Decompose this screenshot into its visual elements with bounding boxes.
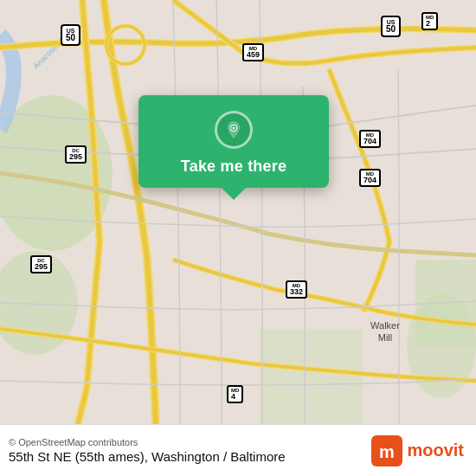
svg-point-13 <box>233 127 235 130</box>
map-background: Anacostia River <box>0 0 476 424</box>
badge-md704-2: MD 704 <box>359 169 381 187</box>
badge-dc295-2: DC 295 <box>30 255 52 273</box>
footer-bar: © OpenStreetMap contributors 55th St NE … <box>0 424 476 476</box>
location-pin-icon <box>223 119 244 140</box>
take-me-there-button-label: Take me there <box>181 158 286 176</box>
map-container: Anacostia River <box>0 0 476 424</box>
copyright-text: © OpenStreetMap contributors <box>9 437 286 447</box>
moovit-text: moovit <box>407 441 464 460</box>
badge-md2: MD 2 <box>421 12 438 30</box>
svg-text:Mill: Mill <box>378 332 393 343</box>
badge-us50-top: US 50 <box>61 24 80 46</box>
svg-rect-5 <box>260 329 363 424</box>
svg-text:m: m <box>380 442 396 461</box>
svg-text:Walker: Walker <box>370 320 400 331</box>
badge-md459: MD 459 <box>242 43 264 61</box>
badge-dc295-1: DC 295 <box>65 145 87 164</box>
moovit-brand-icon: m <box>371 435 402 466</box>
badge-md4: MD 4 <box>227 385 243 403</box>
location-icon-circle <box>215 111 253 149</box>
badge-md332: MD 332 <box>286 280 307 299</box>
footer-left: © OpenStreetMap contributors 55th St NE … <box>9 437 286 464</box>
moovit-logo: m moovit <box>371 435 464 466</box>
badge-md704-1: MD 704 <box>359 130 381 148</box>
popup-card[interactable]: Take me there <box>138 95 329 188</box>
address-text: 55th St NE (55th ames), Washington / Bal… <box>9 449 286 464</box>
badge-us50-right: US 50 <box>381 16 401 37</box>
